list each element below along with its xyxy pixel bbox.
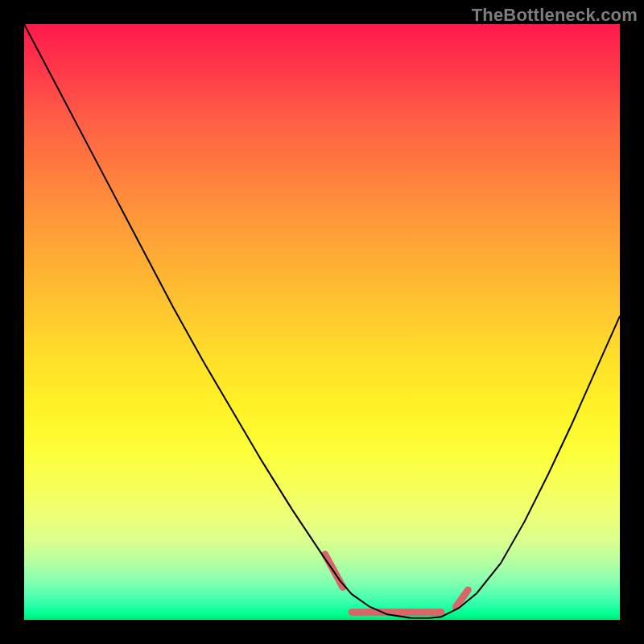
annotation-right-tick [456,590,469,607]
bottleneck-curve [24,24,620,618]
plot-area [24,24,620,620]
watermark-text: TheBottleneck.com [472,5,638,26]
bottleneck-svg [24,24,620,620]
chart-frame: TheBottleneck.com [0,0,644,644]
